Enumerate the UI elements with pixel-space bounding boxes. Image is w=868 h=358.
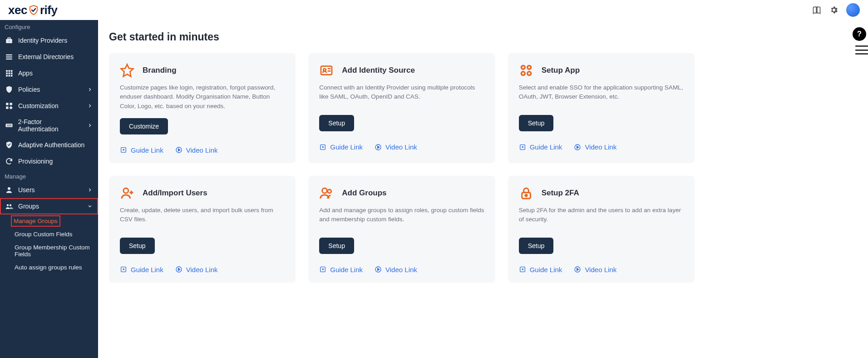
svg-rect-14 [6,103,8,105]
sidebar-sub-label: Auto assign groups rules [15,264,82,271]
guide-link[interactable]: Guide Link [319,266,363,273]
chevron-right-icon [87,187,93,193]
star-icon [120,63,134,78]
svg-rect-12 [9,75,10,77]
sidebar-item-apps[interactable]: Apps [0,65,98,81]
svg-point-26 [324,69,326,71]
sidebar-item-customization[interactable]: Customization [0,98,98,114]
chevron-right-icon [87,103,93,109]
list-icon [5,53,14,61]
cards-grid: Branding Customize pages like login, reg… [109,53,695,283]
guide-link[interactable]: Guide Link [319,143,363,151]
sidebar-sub-label: Manage Groups [14,218,58,224]
guide-link[interactable]: Guide Link [519,143,562,151]
customize-button[interactable]: Customize [120,118,168,134]
chevron-down-icon [87,204,93,209]
page-title: Get started in minutes [109,31,854,43]
card-desc: Connect with an Identity Provider using … [319,83,484,108]
card-add-identity-source: Add Identity Source Connect with an Iden… [308,53,495,163]
topbar-right [812,3,860,17]
grid-icon [5,69,14,77]
svg-rect-5 [6,70,8,72]
svg-rect-4 [6,59,12,60]
help-button[interactable]: ? [853,27,866,41]
svg-rect-1 [8,38,10,39]
setup-button[interactable]: Setup [319,115,354,131]
video-link[interactable]: Video Link [375,266,417,273]
svg-rect-3 [6,56,12,57]
video-link[interactable]: Video Link [175,146,218,154]
svg-rect-7 [11,70,13,72]
setup-button[interactable]: Setup [519,115,554,131]
setup-button[interactable]: Setup [120,238,155,254]
chevron-right-icon [87,123,93,128]
chevron-right-icon [87,87,93,92]
svg-point-30 [527,65,531,69]
card-title: Branding [143,66,177,75]
svg-rect-11 [6,75,8,77]
card-desc: Setup 2FA for the admin and the users to… [519,206,684,230]
sidebar: Configure Identity Providers External Di… [0,20,98,358]
card-add-import-users: Add/Import Users Create, update, delete … [109,176,296,283]
sidebar-item-identity-providers[interactable]: Identity Providers [0,32,98,49]
guide-link[interactable]: Guide Link [519,266,562,273]
svg-rect-10 [11,73,13,75]
shield-icon [5,85,14,94]
user-plus-icon [120,186,134,200]
sidebar-item-label: Groups [18,203,39,210]
sidebar-sub-group-membership-custom-fields[interactable]: Group Membership Custom Fields [0,241,98,261]
svg-rect-6 [9,70,10,72]
svg-rect-13 [11,75,13,77]
sidebar-item-label: Provisioning [18,158,53,165]
svg-point-32 [527,72,531,75]
sidebar-section-configure: Configure [0,20,98,32]
card-setup-app: Setup App Select and enable SSO for the … [508,53,695,163]
main-content: ? Get started in minutes Branding Custom… [98,20,868,358]
sidebar-item-label: Policies [18,86,40,93]
guide-link[interactable]: Guide Link [120,146,163,154]
sidebar-item-2fa[interactable]: 123 2-Factor Authentication [0,114,98,137]
sidebar-item-groups[interactable]: Groups [0,198,98,214]
id-icon [319,63,334,78]
avatar[interactable] [846,3,860,17]
svg-point-22 [10,204,12,207]
brand-logo[interactable]: xec rify [8,3,57,17]
sidebar-item-policies[interactable]: Policies [0,81,98,98]
widget-icon [5,102,14,110]
guide-link[interactable]: Guide Link [120,266,163,273]
hamburger-icon[interactable] [855,45,868,55]
book-icon[interactable] [812,5,822,15]
setup-button[interactable]: Setup [519,238,554,254]
svg-rect-16 [6,107,8,109]
svg-point-31 [521,72,525,75]
sidebar-sub-auto-assign-rules[interactable]: Auto assign groups rules [0,261,98,274]
video-link[interactable]: Video Link [574,143,616,151]
svg-point-21 [7,204,9,207]
sync-icon [5,157,14,165]
lock-icon [519,186,533,200]
sidebar-sub-manage-groups[interactable]: Manage Groups [11,215,60,227]
video-link[interactable]: Video Link [574,266,616,273]
sidebar-item-users[interactable]: Users [0,182,98,198]
setup-button[interactable]: Setup [319,238,354,254]
card-add-groups: Add Groups Add and manage groups to assi… [308,176,495,283]
sidebar-sub-label: Group Custom Fields [15,231,73,238]
sidebar-sub-group-custom-fields[interactable]: Group Custom Fields [0,228,98,241]
card-title: Setup App [542,66,580,75]
sidebar-item-external-directories[interactable]: External Directories [0,49,98,65]
card-title: Setup 2FA [542,189,579,198]
sidebar-item-label: Identity Providers [18,37,67,44]
video-link[interactable]: Video Link [375,143,417,151]
card-setup-2fa: Setup 2FA Setup 2FA for the admin and th… [508,176,695,283]
svg-point-38 [322,188,327,193]
user-icon [5,186,14,194]
video-link[interactable]: Video Link [175,266,218,273]
brand-text-right: rify [40,3,57,17]
svg-rect-17 [9,106,12,109]
gear-icon[interactable] [829,5,839,15]
sidebar-item-provisioning[interactable]: Provisioning [0,153,98,169]
sidebar-item-adaptive-auth[interactable]: Adaptive Authentication [0,137,98,153]
card-title: Add Identity Source [342,66,415,75]
sidebar-item-label: Users [18,186,35,194]
card-title: Add Groups [342,189,386,198]
